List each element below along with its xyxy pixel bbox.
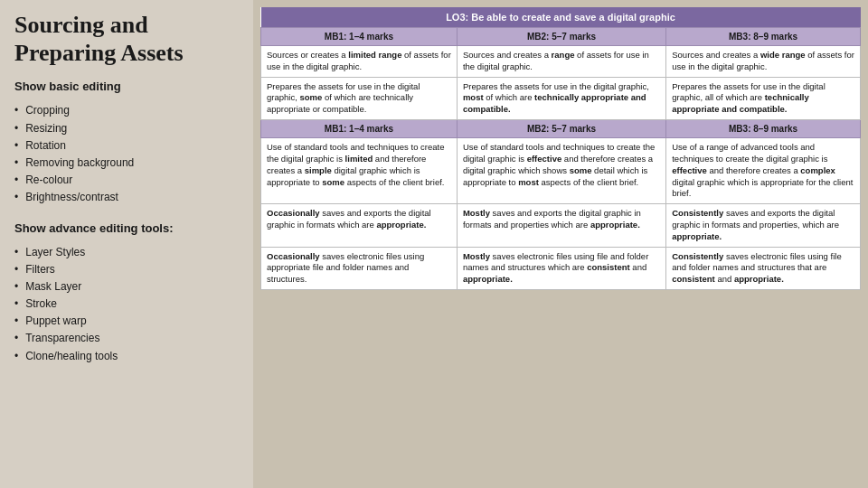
section-header-row: MB1: 1–4 marks MB2: 5–7 marks MB3: 8–9 m…	[261, 120, 861, 138]
list-item: Stroke	[14, 296, 239, 313]
table-row: Use of standard tools and techniques to …	[261, 138, 861, 204]
cell-s2r2c1: Occasionally saves and exports the digit…	[261, 204, 458, 247]
table-row: Occasionally saves and exports the digit…	[261, 204, 861, 247]
show-advance-label: Show advance editing tools:	[14, 221, 239, 235]
cell-s1r1c2: Sources and creates a range of assets fo…	[457, 46, 665, 78]
table-row: Occasionally saves electronic files usin…	[261, 247, 861, 289]
cell-s2r1c3: Use of a range of advanced tools and tec…	[666, 138, 861, 204]
page-title: Sourcing and Preparing Assets	[14, 11, 239, 67]
table-container: LO3: Be able to create and save a digita…	[260, 7, 861, 481]
show-basic-label: Show basic editing	[14, 80, 239, 93]
list-item: Puppet warp	[14, 313, 239, 330]
basic-editing-list: Cropping Resizing Rotation Removing back…	[14, 102, 239, 206]
row-header-mb2: MB2: 5–7 marks	[457, 120, 665, 138]
cell-s2r3c2: Mostly saves electronic files using file…	[457, 247, 665, 289]
table-main-header: LO3: Be able to create and save a digita…	[261, 7, 861, 28]
cell-s2r2c3: Consistently saves and exports the digit…	[666, 204, 861, 247]
cell-s1r2c3: Prepares the assets for use in the digit…	[666, 77, 861, 119]
list-item: Brightness/contrast	[14, 189, 239, 206]
cell-s2r2c2: Mostly saves and exports the digital gra…	[457, 204, 665, 247]
list-item: Re-colour	[14, 172, 239, 189]
list-item: Mask Layer	[14, 278, 239, 296]
col-header-mb2: MB2: 5–7 marks	[457, 28, 665, 46]
list-item: Removing background	[14, 155, 239, 172]
cell-s2r3c3: Consistently saves electronic files usin…	[666, 247, 861, 289]
cell-s2r3c1: Occasionally saves electronic files usin…	[261, 247, 458, 289]
list-item: Layer Styles	[14, 244, 239, 261]
list-item: Rotation	[14, 137, 239, 155]
advance-editing-list: Layer Styles Filters Mask Layer Stroke P…	[14, 244, 239, 365]
cell-s1r2c2: Prepares the assets for use in the digit…	[457, 77, 665, 119]
cell-s2r1c1: Use of standard tools and techniques to …	[261, 138, 458, 204]
left-panel: Sourcing and Preparing Assets Show basic…	[0, 0, 253, 488]
cell-s1r1c1: Sources or creates a limited range of as…	[261, 46, 458, 78]
cell-s1r2c1: Prepares the assets for use in the digit…	[261, 77, 458, 119]
row-header-mb1: MB1: 1–4 marks	[261, 120, 458, 138]
row-header-mb3: MB3: 8–9 marks	[666, 120, 861, 138]
table-row: Prepares the assets for use in the digit…	[261, 77, 861, 119]
col-header-mb3: MB3: 8–9 marks	[666, 28, 861, 46]
right-panel: LO3: Be able to create and save a digita…	[253, 0, 868, 488]
list-item: Transparencies	[14, 330, 239, 347]
list-item: Clone/healing tools	[14, 348, 239, 365]
cell-s2r1c2: Use of standard tools and techniques to …	[457, 138, 665, 204]
list-item: Cropping	[14, 102, 239, 119]
cell-s1r1c3: Sources and creates a wide range of asse…	[666, 46, 861, 78]
table-row: Sources or creates a limited range of as…	[261, 46, 861, 78]
list-item: Filters	[14, 261, 239, 278]
col-header-mb1: MB1: 1–4 marks	[261, 28, 458, 46]
list-item: Resizing	[14, 120, 239, 137]
grading-table: LO3: Be able to create and save a digita…	[260, 7, 861, 290]
